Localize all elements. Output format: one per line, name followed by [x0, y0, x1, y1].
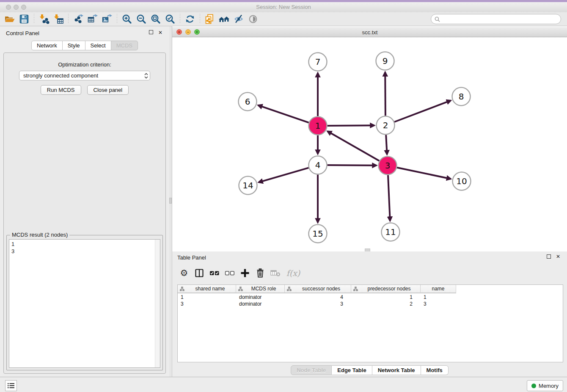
tab-motifs[interactable]: Motifs — [421, 365, 449, 375]
zoom-out-icon[interactable] — [134, 13, 149, 25]
graph-edge-2-9[interactable] — [385, 72, 385, 116]
column-header-successor-nodes[interactable]: successor nodes — [285, 285, 351, 293]
result-line: 1 — [11, 240, 158, 248]
graph-edge-2-8[interactable] — [394, 100, 451, 122]
deselect-all-icon[interactable] — [223, 266, 237, 280]
create-column-icon[interactable] — [238, 266, 252, 280]
mcds-result-text[interactable]: 13 — [9, 239, 160, 368]
cell-predecessor-nodes[interactable]: 2 — [351, 301, 421, 308]
graph-node-11[interactable]: 11 — [382, 223, 400, 241]
apply-preferred-layout-icon[interactable] — [183, 13, 197, 25]
column-type-icon — [287, 287, 292, 291]
graph-node-3[interactable]: 3 — [379, 157, 397, 175]
graph-edge-4-14[interactable] — [259, 168, 308, 182]
control-panel-tabs: NetworkStyleSelectMCDS — [0, 41, 169, 50]
zoom-in-icon[interactable] — [120, 13, 134, 25]
toolbar-separator — [34, 14, 34, 24]
graph-node-6[interactable]: 6 — [239, 93, 257, 111]
search-field[interactable] — [431, 14, 561, 24]
cell-successor-nodes[interactable]: 4 — [285, 294, 351, 301]
tab-mcds[interactable]: MCDS — [111, 41, 138, 50]
cell-shared-name[interactable]: 3 — [178, 301, 236, 308]
zoom-selected-icon[interactable] — [163, 13, 177, 25]
run-mcds-button[interactable]: Run MCDS — [41, 85, 81, 95]
graph-edge-2-3[interactable] — [386, 135, 387, 155]
column-header-name[interactable]: name — [421, 285, 456, 293]
node-table[interactable]: shared nameMCDS rolesuccessor nodesprede… — [177, 284, 563, 362]
graph-node-15[interactable]: 15 — [309, 225, 327, 243]
show-all-icon — [246, 13, 260, 25]
node-label: 8 — [459, 91, 464, 102]
cell-successor-nodes[interactable]: 3 — [285, 301, 351, 308]
table-row[interactable]: 3dominator323 — [178, 301, 563, 308]
open-session-icon[interactable] — [3, 13, 17, 25]
show-columns-icon[interactable] — [193, 266, 206, 280]
column-header-shared-name[interactable]: shared name — [178, 285, 236, 293]
memory-button[interactable]: Memory — [527, 380, 563, 391]
tab-node-table[interactable]: Node Table — [291, 365, 332, 375]
float-table-panel-icon[interactable] — [546, 254, 552, 260]
network-view-window: × − + scc.txt 7968124310141511 — [172, 26, 567, 251]
close-panel-icon[interactable]: ✕ — [157, 30, 163, 36]
network-window-title: scc.txt — [172, 29, 567, 36]
graph-edge-4-3[interactable] — [328, 165, 377, 166]
table-options-icon[interactable]: ⚙ — [177, 266, 191, 280]
cell-name[interactable]: 3 — [421, 301, 456, 308]
node-label: 2 — [383, 120, 388, 130]
export-table-icon[interactable] — [85, 13, 100, 25]
graph-edge-3-10[interactable] — [397, 168, 451, 179]
delete-table-icon — [269, 266, 282, 280]
graph-node-9[interactable]: 9 — [376, 52, 394, 70]
column-type-icon — [353, 287, 358, 291]
search-input[interactable] — [442, 16, 557, 22]
float-panel-icon[interactable] — [148, 30, 154, 36]
zoom-fit-icon[interactable] — [149, 13, 163, 25]
tab-network[interactable]: Network — [31, 41, 63, 50]
export-image-icon[interactable] — [100, 13, 114, 25]
graph-node-14[interactable]: 14 — [239, 177, 257, 195]
node-label: 15 — [312, 229, 323, 239]
graph-node-4[interactable]: 4 — [309, 156, 327, 174]
network-canvas[interactable]: 7968124310141511 — [172, 37, 567, 251]
graph-node-10[interactable]: 10 — [453, 172, 471, 190]
control-panel: Control Panel ✕ NetworkStyleSelectMCDS O… — [0, 26, 169, 377]
graph-node-8[interactable]: 8 — [452, 88, 471, 106]
column-header-mcds-role[interactable]: MCDS role — [236, 285, 285, 293]
cell-predecessor-nodes[interactable]: 1 — [351, 294, 421, 301]
tab-style[interactable]: Style — [63, 41, 85, 50]
node-label: 14 — [242, 180, 253, 190]
optimization-criterion-select[interactable]: strongly connected component — [19, 71, 150, 80]
delete-columns-icon[interactable] — [253, 266, 267, 280]
cell-shared-name[interactable]: 1 — [178, 294, 236, 301]
result-scrollbar[interactable] — [155, 240, 160, 367]
node-label: 1 — [315, 121, 321, 131]
tab-network-table[interactable]: Network Table — [372, 365, 421, 375]
hide-selected-icon[interactable] — [231, 13, 246, 25]
save-session-icon[interactable] — [17, 13, 31, 25]
graph-edge-1-6[interactable] — [258, 105, 309, 123]
toolbar-separator — [200, 14, 200, 24]
graph-edge-3-1[interactable] — [328, 131, 379, 161]
task-history-button[interactable] — [5, 380, 17, 391]
tab-select[interactable]: Select — [85, 41, 111, 50]
graph-node-1[interactable]: 1 — [309, 117, 327, 135]
close-panel-button[interactable]: Close panel — [87, 85, 129, 95]
duplicate-network-icon[interactable] — [203, 13, 217, 25]
graph-edge-3-11[interactable] — [388, 175, 390, 221]
close-table-panel-icon[interactable]: ✕ — [555, 254, 561, 259]
graph-node-2[interactable]: 2 — [377, 116, 395, 135]
graph-edge-1-2[interactable] — [328, 125, 374, 126]
tab-edge-table[interactable]: Edge Table — [332, 365, 372, 375]
table-row[interactable]: 1dominator411 — [178, 294, 563, 301]
export-network-icon[interactable] — [71, 13, 85, 25]
graph-node-7[interactable]: 7 — [309, 53, 327, 71]
cell-name[interactable]: 1 — [421, 294, 456, 301]
import-table-icon[interactable] — [51, 13, 66, 25]
import-network-icon[interactable] — [37, 13, 51, 25]
column-label: successor nodes — [302, 286, 340, 292]
column-header-predecessor-nodes[interactable]: predecessor nodes — [351, 285, 421, 293]
select-all-icon[interactable] — [208, 266, 221, 280]
first-neighbors-icon[interactable] — [217, 13, 231, 25]
cell-mcds-role[interactable]: dominator — [236, 301, 285, 308]
cell-mcds-role[interactable]: dominator — [236, 294, 285, 301]
